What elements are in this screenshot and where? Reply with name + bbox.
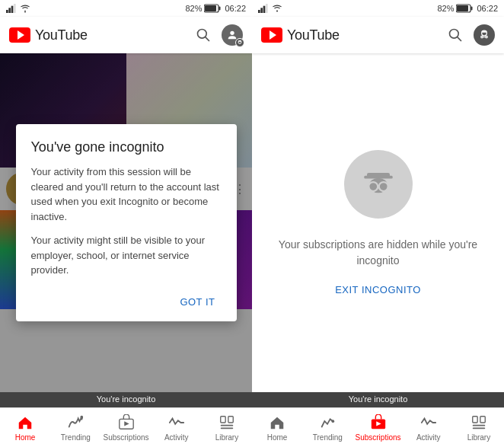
svg-rect-48: [473, 427, 486, 429]
svg-rect-17: [221, 424, 234, 426]
search-button-right[interactable]: [446, 26, 464, 44]
left-screen-content: 23:45 Video title here Channel • 2M view…: [0, 53, 252, 392]
nav-activity-right[interactable]: Activity: [404, 411, 454, 445]
svg-rect-1: [8, 8, 11, 13]
incognito-avatar-icon: [477, 27, 492, 43]
left-incognito-status: You're incognito: [0, 392, 252, 407]
nav-activity-left[interactable]: Activity: [152, 411, 202, 445]
home-icon-left: [17, 414, 33, 431]
svg-rect-45: [473, 416, 477, 422]
header-icons-right: [446, 24, 495, 46]
svg-rect-20: [260, 8, 263, 13]
library-icon-right: [471, 414, 487, 431]
wifi-icon: [20, 4, 30, 13]
youtube-play-icon-right: [261, 27, 282, 43]
nav-trending-left[interactable]: Trending: [50, 411, 100, 445]
svg-point-23: [276, 10, 278, 11]
nav-trending-right[interactable]: Trending: [302, 411, 352, 445]
svg-line-8: [206, 37, 209, 41]
nav-activity-label-right: Activity: [416, 433, 441, 442]
svg-rect-0: [6, 10, 8, 13]
battery-text: 82%: [185, 4, 202, 13]
nav-library-left[interactable]: Library: [202, 411, 252, 445]
nav-home-label-right: Home: [267, 433, 288, 442]
youtube-play-icon: [9, 27, 30, 43]
nav-subscriptions-left[interactable]: Subscriptions: [100, 411, 151, 445]
right-status-icons: 82% 06:22: [185, 4, 246, 13]
svg-rect-25: [471, 7, 473, 11]
dialog-actions: GOT IT: [31, 286, 222, 312]
dialog-body-2: Your activity might still be visible to …: [31, 233, 222, 278]
left-app-header: YouTube: [0, 17, 252, 53]
nav-home-right[interactable]: Home: [252, 411, 302, 445]
svg-rect-47: [473, 424, 486, 426]
svg-rect-46: [480, 416, 485, 422]
dialog-body-1: Your activity from this session will be …: [31, 164, 222, 224]
wifi-icon-right: [272, 4, 282, 13]
right-main-content: Your subscriptions are hidden while you'…: [252, 53, 504, 392]
time-display: 06:22: [225, 4, 246, 13]
svg-rect-15: [221, 416, 225, 422]
dialog-body: Your activity from this session will be …: [31, 164, 222, 278]
subscriptions-icon-left: [118, 414, 135, 431]
battery-icon: [204, 4, 221, 13]
library-icon-left: [219, 414, 235, 431]
nav-subscriptions-right[interactable]: Subscriptions: [352, 411, 403, 445]
large-incognito-icon: [344, 150, 413, 219]
svg-point-9: [230, 31, 234, 35]
svg-rect-21: [263, 6, 266, 13]
svg-line-41: [388, 186, 390, 187]
youtube-logo-left: YouTube: [9, 27, 194, 43]
nav-home-left[interactable]: Home: [0, 411, 50, 445]
svg-rect-6: [205, 5, 216, 11]
left-bottom-nav: Home Trending Subscriptions Activity: [0, 407, 252, 447]
nav-trending-label-left: Trending: [61, 433, 91, 442]
right-status-icons-r: 82% 06:22: [437, 4, 498, 13]
left-phone-screen: 82% 06:22 YouTube: [0, 0, 252, 447]
got-it-button[interactable]: GOT IT: [174, 292, 221, 312]
nav-subscriptions-label-left: Subscriptions: [103, 433, 148, 442]
svg-line-28: [458, 37, 461, 41]
svg-rect-19: [258, 10, 260, 13]
left-status-bar: 82% 06:22: [0, 0, 252, 17]
nav-home-label-left: Home: [15, 433, 36, 442]
svg-rect-2: [11, 6, 14, 13]
dialog-title: You've gone incognito: [31, 139, 222, 155]
right-phone-screen: 82% 06:22 YouTube: [252, 0, 504, 447]
trending-icon-right: [319, 414, 336, 431]
svg-rect-30: [482, 30, 487, 33]
battery-icon-right: [456, 4, 473, 13]
svg-point-32: [485, 35, 488, 38]
right-bottom-nav: Home Trending Subscriptions Activity: [252, 407, 504, 447]
search-icon-left: [196, 27, 211, 43]
nav-library-right[interactable]: Library: [454, 411, 504, 445]
search-icon-right: [448, 27, 463, 43]
svg-line-40: [366, 186, 368, 187]
youtube-title-left: YouTube: [35, 27, 88, 43]
incognito-dialog: You've gone incognito Your activity from…: [16, 124, 237, 321]
signal-icon: [6, 4, 18, 13]
subscriptions-hidden-text: Your subscriptions are hidden while you'…: [267, 237, 489, 269]
right-app-header: YouTube: [252, 17, 504, 53]
battery-text-right: 82%: [437, 4, 454, 13]
svg-point-31: [480, 35, 483, 38]
header-icons-left: [194, 24, 243, 46]
exit-incognito-button[interactable]: EXIT INCOGNITO: [335, 284, 421, 295]
svg-rect-18: [221, 427, 234, 429]
svg-rect-16: [228, 416, 233, 422]
search-button-left[interactable]: [194, 26, 212, 44]
svg-point-42: [332, 420, 335, 423]
incognito-small-icon: [237, 40, 243, 46]
home-icon-right: [269, 414, 285, 431]
youtube-logo-right: YouTube: [261, 27, 446, 43]
account-avatar-right[interactable]: [474, 24, 495, 46]
activity-icon-left: [168, 414, 185, 431]
right-incognito-status: You're incognito: [252, 392, 504, 407]
activity-icon-right: [420, 414, 437, 431]
nav-library-label-left: Library: [215, 433, 239, 442]
svg-rect-5: [219, 7, 221, 11]
svg-rect-11: [238, 40, 241, 41]
right-status-bar: 82% 06:22: [252, 0, 504, 17]
account-avatar-left[interactable]: [222, 24, 243, 46]
svg-rect-3: [14, 4, 16, 13]
